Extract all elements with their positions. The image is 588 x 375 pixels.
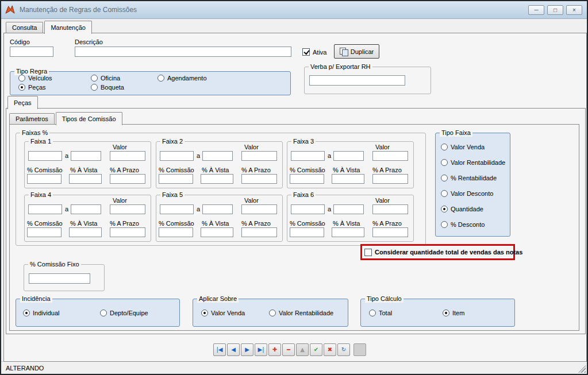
faixa-1-comissao-input[interactable] <box>27 174 62 184</box>
faixa-3-aprazo-input[interactable] <box>372 174 408 184</box>
radio-individual[interactable]: Individual <box>23 310 59 316</box>
faixa-4-to-input[interactable] <box>71 204 101 214</box>
considerar-total-checkbox[interactable] <box>364 249 372 256</box>
faixa-5-to-input[interactable] <box>202 204 233 214</box>
radio-pecas[interactable]: Peças <box>18 84 46 91</box>
faixa-1-from-input[interactable] <box>28 151 62 161</box>
radio-label: Individual <box>33 310 59 316</box>
radio-total[interactable]: Total <box>369 310 392 316</box>
add-record-button[interactable]: ✚ <box>268 343 281 356</box>
radio-valor-desconto[interactable]: Valor Desconto <box>441 190 493 197</box>
faixa-1-aprazo-input[interactable] <box>110 174 145 184</box>
faixa-6-from-input[interactable] <box>291 204 325 214</box>
radio-label: Item <box>452 310 464 316</box>
faixa-5-groupbox: Faixa 5 Valor a % Comissão % À Vista % A… <box>156 195 283 242</box>
faixa-2-from-input[interactable] <box>160 151 194 161</box>
faixa-3-avista-input[interactable] <box>332 174 364 184</box>
blank-button[interactable] <box>353 343 366 356</box>
faixa-6-title: Faixa 6 <box>291 191 316 199</box>
delete-record-button[interactable]: ━ <box>282 343 295 356</box>
faixa-4-comissao-input[interactable] <box>27 227 62 237</box>
app-logo-icon <box>5 5 16 16</box>
faixa-1-to-input[interactable] <box>71 151 101 161</box>
radio-oficina[interactable]: Oficina <box>91 75 120 82</box>
radio-valor-rentabilidade[interactable]: Valor Rentabilidade <box>441 159 505 166</box>
faixa-2-comissao-input[interactable] <box>159 174 193 184</box>
codigo-input[interactable] <box>10 47 53 57</box>
faixa-4-valor-input[interactable] <box>110 204 145 214</box>
minimize-button[interactable]: ─ <box>528 5 544 15</box>
faixa-3-comissao-input[interactable] <box>290 174 324 184</box>
comissao-label: % Comissão <box>290 167 325 173</box>
last-record-button[interactable]: ▶| <box>255 343 267 356</box>
refresh-button[interactable]: ↻ <box>337 343 350 356</box>
radio-label: Depto/Equipe <box>110 310 148 316</box>
radio-aplicar-valor-venda[interactable]: Valor Venda <box>201 310 245 316</box>
radio-boqueta[interactable]: Boqueta <box>91 84 124 91</box>
tipo-faixa-title: Tipo Faixa <box>440 129 472 137</box>
faixa-2-to-input[interactable] <box>202 151 233 161</box>
faixa-3-from-input[interactable] <box>291 151 325 161</box>
tab-tipos-de-comissao[interactable]: Tipos de Comissão <box>56 112 122 125</box>
faixa-5-comissao-input[interactable] <box>159 227 193 237</box>
resize-grip[interactable] <box>578 365 586 373</box>
previous-record-button[interactable]: ◀ <box>227 343 240 356</box>
comissao-fixo-input[interactable] <box>29 273 90 284</box>
radio-pct-rentabilidade[interactable]: % Rentabilidade <box>441 175 497 181</box>
faixa-6-valor-input[interactable] <box>372 204 408 214</box>
radio-item[interactable]: Item <box>443 310 464 316</box>
radio-quantidade[interactable]: Quantidade <box>441 206 483 212</box>
radio-valor-venda[interactable]: Valor Venda <box>441 144 485 150</box>
move-up-button[interactable]: ▲ <box>296 343 309 356</box>
faixa-2-avista-input[interactable] <box>201 174 233 184</box>
tipos-comissao-tab-page: Faixas % Faixa 1 Valor a % Comissão % À … <box>9 124 579 331</box>
a-vista-label: % À Vista <box>70 167 98 173</box>
verba-exportar-rh-input[interactable] <box>309 75 405 86</box>
radio-pct-desconto[interactable]: % Desconto <box>441 221 485 228</box>
descricao-input[interactable] <box>75 47 291 57</box>
faixa-6-to-input[interactable] <box>333 204 364 214</box>
radio-agendamento[interactable]: Agendamento <box>157 75 207 82</box>
ativa-checkbox[interactable]: Ativa <box>302 48 326 56</box>
faixa-4-avista-input[interactable] <box>69 227 102 237</box>
faixa-2-aprazo-input[interactable] <box>241 174 277 184</box>
faixa-5-aprazo-input[interactable] <box>241 227 277 237</box>
faixa-3-valor-input[interactable] <box>372 151 408 161</box>
next-record-button[interactable]: ▶ <box>241 343 253 356</box>
faixa-2-valor-input[interactable] <box>241 151 277 161</box>
faixa-4-from-input[interactable] <box>28 204 62 214</box>
tab-manutencao[interactable]: Manutenção <box>44 21 92 34</box>
radio-aplicar-valor-rentabilidade[interactable]: Valor Rentabilidade <box>269 310 333 316</box>
confirm-button[interactable]: ✔ <box>310 343 322 356</box>
valor-label: Valor <box>375 197 390 204</box>
radio-icon <box>369 310 376 316</box>
radio-icon <box>91 75 98 82</box>
maximize-button[interactable]: □ <box>547 5 563 15</box>
comissao-label: % Comissão <box>27 220 63 227</box>
radio-veiculos[interactable]: Veículos <box>18 75 52 82</box>
aplicar-sobre-groupbox: Aplicar Sobre Valor Venda Valor Rentabil… <box>193 299 348 327</box>
faixa-3-to-input[interactable] <box>333 151 364 161</box>
cancel-button[interactable]: ✖ <box>324 343 336 356</box>
faixa-4-aprazo-input[interactable] <box>110 227 145 237</box>
first-record-button[interactable]: |◀ <box>213 343 226 356</box>
faixa-5-avista-input[interactable] <box>201 227 233 237</box>
radio-icon <box>443 310 449 316</box>
faixa-1-avista-input[interactable] <box>69 174 102 184</box>
faixa-5-valor-input[interactable] <box>241 204 277 214</box>
radio-depto-equipe[interactable]: Depto/Equipe <box>100 310 148 316</box>
faixa-6-comissao-input[interactable] <box>290 227 324 237</box>
tab-parametros[interactable]: Parâmetros <box>9 113 55 124</box>
faixa-3-groupbox: Faixa 3 Valor a % Comissão % À Vista % A… <box>287 141 414 188</box>
faixas-title: Faixas % <box>20 129 49 137</box>
faixa-6-aprazo-input[interactable] <box>372 227 408 237</box>
faixa-1-valor-input[interactable] <box>110 151 145 161</box>
duplicar-button[interactable]: Duplicar <box>334 44 379 59</box>
radio-label: Quantidade <box>451 206 483 212</box>
faixa-5-from-input[interactable] <box>160 204 194 214</box>
tab-consulta[interactable]: Consulta <box>6 22 43 33</box>
tab-pecas[interactable]: Peças <box>7 96 38 109</box>
faixa-6-avista-input[interactable] <box>332 227 364 237</box>
descricao-label: Descrição <box>75 38 103 45</box>
close-button[interactable]: × <box>566 5 582 15</box>
